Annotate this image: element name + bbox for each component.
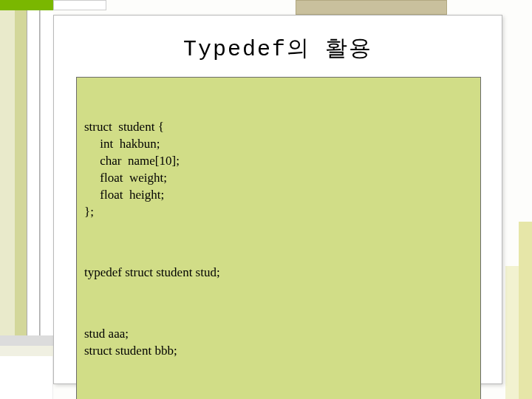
code-box: struct student { int hakbun; char name[1… [76,77,481,399]
accent-bottom-1 [0,335,53,346]
accent-right-1 [519,222,532,399]
slide-title: Typedef의 활용 [54,16,502,77]
accent-left-4 [40,10,53,335]
code-typedef: typedef struct student stud; [84,265,473,282]
accent-bottom-2 [0,346,53,356]
accent-left-1 [0,10,15,335]
accent-top-green [0,0,53,10]
code-usage: stud aaa; struct student bbb; [84,326,473,360]
accent-bottom-3 [0,356,53,399]
accent-top-beige [296,0,447,15]
accent-left-3 [27,10,40,335]
code-struct: struct student { int hakbun; char name[1… [84,119,473,221]
accent-top-outline [53,0,106,10]
accent-right-2 [505,266,519,399]
slide-frame: Typedef의 활용 struct student { int hakbun;… [53,15,502,384]
